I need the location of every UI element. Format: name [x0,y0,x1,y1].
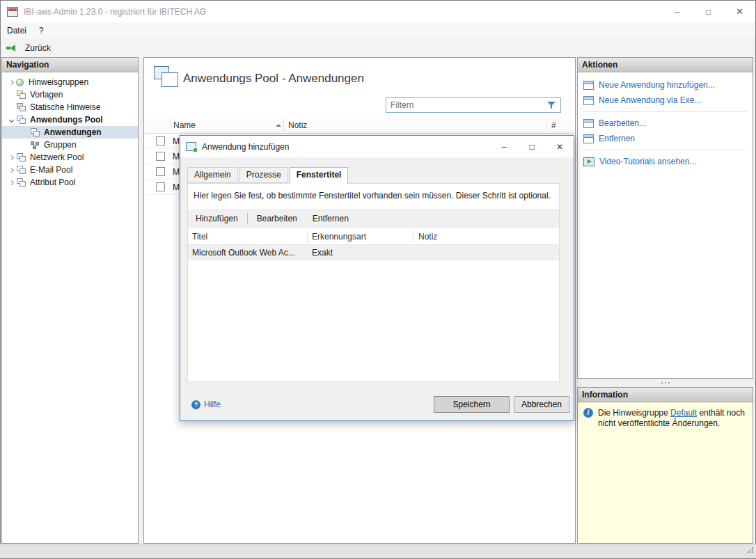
column-header-erkennungsart[interactable]: Erkennungsart [312,232,366,242]
filter-box [386,97,561,113]
action-new-application[interactable]: Neue Anwendung hinzufügen... [578,77,753,93]
templates-icon [16,90,26,100]
back-icon [6,45,15,52]
sidebar-item-label: Statische Hinweise [30,102,100,112]
separator [414,230,414,242]
row-checkbox[interactable] [156,152,165,161]
sort-ascending-icon [276,124,281,127]
dialog-close-button[interactable]: ✕ [546,136,574,157]
new-application-exe-icon [583,96,594,105]
dialog-footer: Hilfe Speichern Abbrechen [180,390,574,420]
panel-splitter[interactable] [577,379,753,387]
navigation-header: Navigation [2,58,138,72]
default-group-link[interactable]: Default [670,408,697,418]
help-link[interactable]: Hilfe [191,400,221,409]
cancel-button[interactable]: Abbrechen [514,396,569,413]
action-delete[interactable]: Entfernen [578,131,753,146]
sidebar-item-label: Netzwerk Pool [30,152,84,162]
cell-erkennungsart: Exakt [312,248,333,258]
sidebar-item-attribut-pool[interactable]: Attribut Pool [2,176,138,189]
sidebar-item-email-pool[interactable]: E-Mail Pool [2,164,138,176]
add-title-button[interactable]: Hinzufügen [189,211,245,226]
action-label: Entfernen [599,134,635,143]
edit-title-button[interactable]: Bearbeiten [250,211,304,226]
tab-prozesse[interactable]: Prozesse [239,167,288,183]
applications-header-icon [154,66,179,88]
separator [583,150,747,150]
information-panel: Information Die Hinweisgruppe Default en… [577,387,753,544]
dialog-table-row[interactable]: Microsoft Outlook Web Ac... Exakt [188,245,559,260]
dialog-controls: – □ ✕ [490,136,574,157]
sidebar-item-gruppen[interactable]: Gruppen [2,139,138,151]
help-icon [191,400,200,409]
attribute-pool-icon [16,178,26,187]
sidebar-item-label: E-Mail Pool [30,165,72,175]
save-button[interactable]: Speichern [434,396,510,413]
email-pool-icon [16,166,26,175]
separator [583,111,747,112]
action-edit[interactable]: Bearbeiten... [578,116,753,131]
dialog-description: Hier legen Sie fest, ob bestimmte Fenste… [188,184,559,209]
column-header-name[interactable]: Name [173,120,196,130]
filter-input[interactable] [386,99,547,111]
action-new-application-exe[interactable]: Neue Anwendung via Exe... [578,93,753,108]
page-title: Anwendungs Pool - Anwendungen [183,72,364,86]
dialog-minimize-button[interactable]: – [490,136,518,157]
actions-header: Aktionen [578,58,753,72]
menu-datei[interactable]: Datei [1,24,33,38]
navigation-tree: Hinweisgruppen Vorlagen Statische Hinwei… [2,72,138,189]
sidebar-item-anwendungs-pool[interactable]: Anwendungs Pool [2,113,138,126]
row-checkbox[interactable] [156,167,165,176]
window-title: IBI-aws Admin 1.23.0 - registriert für I… [24,7,206,17]
remove-title-button[interactable]: Entfernen [306,211,356,226]
sidebar-item-label: Anwendungen [44,127,102,137]
column-header-notiz[interactable]: Notiz [418,232,437,242]
information-header: Information [578,388,753,402]
sidebar-item-netzwerk-pool[interactable]: Netzwerk Pool [2,151,138,164]
chevron-down-icon[interactable] [8,117,13,122]
separator [546,120,547,131]
chevron-right-icon[interactable] [8,79,13,84]
toolbar: Zurück [1,38,755,57]
column-header-notiz[interactable]: Notiz [288,120,307,130]
application-pool-icon [16,116,26,125]
back-button[interactable] [6,45,18,52]
tab-page-fenstertitel: Hier legen Sie fest, ob bestimmte Fenste… [187,183,560,382]
row-name: M [173,136,180,146]
actions-panel: Aktionen Neue Anwendung hinzufügen... Ne… [577,57,753,379]
chevron-right-icon[interactable] [8,167,13,172]
separator [247,213,248,224]
chevron-right-icon[interactable] [8,180,13,184]
separator [283,120,284,131]
action-label: Video-Tutorials ansehen... [599,157,696,166]
close-button[interactable]: ✕ [724,1,755,22]
sidebar-item-anwendungen[interactable]: Anwendungen [2,126,138,139]
menu-help[interactable]: ? [33,24,50,38]
tab-fenstertitel[interactable]: Fenstertitel [290,167,349,184]
navigation-panel: Navigation Hinweisgruppen Vorlagen Stati… [1,57,139,544]
column-header-titel[interactable]: Titel [192,232,207,242]
dialog-titlebar: Anwendung hinzufügen – □ ✕ [180,136,574,157]
sidebar-item-hinweisgruppen[interactable]: Hinweisgruppen [2,76,138,88]
sidebar-item-statische-hinweise[interactable]: Statische Hinweise [2,101,138,113]
sidebar-item-vorlagen[interactable]: Vorlagen [2,88,138,101]
tab-allgemein[interactable]: Allgemein [187,167,238,183]
network-pool-icon [16,153,26,162]
column-header-count[interactable]: # [551,120,556,130]
maximize-button[interactable]: □ [693,1,724,22]
sidebar-item-label: Vorlagen [30,90,63,100]
chevron-right-icon[interactable] [8,155,13,159]
filter-icon[interactable] [547,101,556,109]
cell-titel: Microsoft Outlook Web Ac... [192,248,295,258]
row-checkbox[interactable] [156,182,165,191]
resize-grip-icon[interactable] [747,546,754,556]
statusbar [0,544,756,558]
dialog-maximize-button[interactable]: □ [518,136,546,157]
action-label: Neue Anwendung hinzufügen... [599,80,715,90]
row-checkbox[interactable] [156,136,165,145]
new-application-icon [583,81,594,90]
groups-icon [30,141,40,150]
action-video-tutorials[interactable]: Video-Tutorials ansehen... [578,154,753,169]
titlebar: IBI-aws Admin 1.23.0 - registriert für I… [1,1,755,22]
minimize-button[interactable]: – [661,1,693,22]
